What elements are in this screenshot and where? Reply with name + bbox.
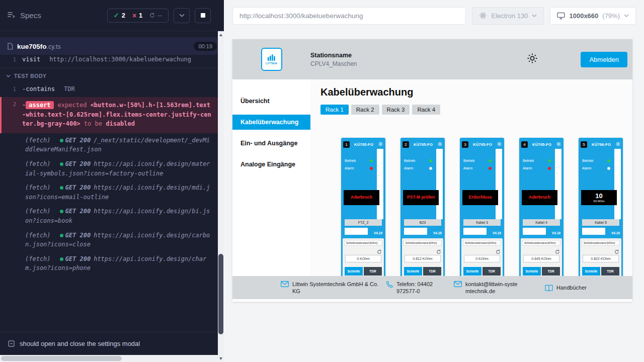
footer-item[interactable]: Handbücher (545, 284, 587, 292)
fetch-entry[interactable]: (fetch)GET 200https://api.iconify.design… (0, 180, 224, 204)
rack-tab[interactable]: Rack 2 (351, 105, 379, 115)
browser-select[interactable]: Electron 130 (472, 7, 544, 25)
scroll-up-arrow[interactable] (218, 31, 224, 38)
card-gear-icon[interactable] (497, 140, 502, 149)
tdr-button[interactable]: TDR (542, 267, 560, 276)
value-field (463, 228, 487, 235)
stop-run-button[interactable] (195, 8, 211, 23)
status-dot-icon (60, 257, 63, 261)
schleife-button[interactable]: Schleife (582, 267, 600, 276)
stop-icon (201, 13, 205, 18)
electron-icon (479, 12, 487, 20)
schleife-button[interactable]: Schleife (523, 267, 541, 276)
fetch-entry[interactable]: (fetch)GET 200https://api.iconify.design… (0, 228, 224, 252)
card-gear-icon[interactable] (556, 140, 561, 149)
cable-name: Kabel 4 (523, 219, 560, 226)
test-body-toggle[interactable]: TEST BODY (0, 68, 224, 82)
device-model: KÜ706-FO (589, 142, 614, 147)
footer-item[interactable]: Littwin Systemtechnik GmbH & Co. KG (281, 281, 379, 295)
resistance-value: 0 KOhm (464, 255, 500, 262)
status-display: Aderbruch (344, 190, 379, 205)
command-contains[interactable]: 1 -contains TDR (0, 82, 224, 96)
tdr-button[interactable]: TDR (364, 267, 382, 276)
cable-name: Kabel 5 (582, 219, 619, 226)
sidebar-item[interactable]: Übersicht (232, 90, 310, 112)
sidebar-item[interactable]: Ein- und Ausgänge (232, 133, 310, 154)
alarm-status: Alarm (463, 166, 492, 170)
alarm-led-icon (607, 167, 610, 170)
viewport-size: 1000x660 (569, 12, 598, 20)
betrieb-led-icon (489, 159, 492, 162)
tdr-button[interactable]: TDR (601, 267, 619, 276)
schleife-button[interactable]: Schleife (463, 267, 481, 276)
specs-label[interactable]: Specs (20, 11, 41, 20)
assert-badge: assert (26, 101, 53, 109)
rack-tab[interactable]: Rack 1 (320, 105, 349, 115)
alarm-led-icon (548, 167, 551, 170)
tdr-button[interactable]: TDR (482, 267, 501, 276)
fetch-entry[interactable]: (fetch)GET 200https://api.iconify.design… (0, 157, 224, 180)
fetch-entry[interactable]: (fetch)GET 200https://api.iconify.design… (0, 252, 224, 276)
stat-passed: ✓2 (114, 12, 125, 19)
horizontal-scrollbar[interactable] (0, 355, 218, 362)
card-number: 2 (403, 141, 409, 148)
fetch-entry[interactable]: (fetch)GET 200https://api.iconify.design… (0, 204, 224, 228)
card-gear-icon[interactable] (615, 140, 621, 149)
viewport-select[interactable]: 1000x660 (79%) (550, 7, 636, 25)
schleife-button[interactable]: Schleife (404, 267, 422, 276)
measurement-label: Schleifenwiderstand [kOhm] (404, 240, 442, 246)
card-number: 4 (521, 141, 528, 148)
logout-button[interactable]: Abmelden (581, 52, 627, 67)
fetch-log: (fetch)GET 200/_next/static/development/… (0, 133, 224, 276)
mail-icon (281, 281, 289, 287)
betrieb-status: Betrieb (345, 159, 373, 162)
command-visit[interactable]: 1 visit http://localhost:3000/kabelueber… (0, 56, 224, 68)
indicator-bar (555, 149, 561, 219)
tdr-button[interactable]: TDR (423, 267, 441, 276)
device-card: 5 KÜ706-FO Betrieb Alarm (579, 138, 623, 276)
status-display: PST-M prüfen (403, 190, 439, 205)
refresh-icon[interactable] (555, 247, 560, 256)
sidebar-item[interactable]: Analoge Eingänge (232, 154, 310, 175)
fetch-entry[interactable]: (fetch)GET 200/_next/static/development/… (0, 133, 224, 157)
card-number: 1 (343, 141, 350, 148)
refresh-icon[interactable] (496, 247, 501, 256)
footer-item[interactable]: Telefon: 04402 972577-0 (386, 281, 447, 295)
betrieb-status: Betrieb (404, 159, 432, 162)
scrollbar-thumb[interactable] (1, 356, 122, 361)
status-dot-icon (60, 210, 63, 213)
failed-assert[interactable]: 2 -assertexpected <button.w-[50%].h-[1.5… (0, 97, 224, 133)
cable-name: FTZ_2 (345, 219, 382, 226)
card-gear-icon[interactable] (378, 140, 383, 149)
refresh-icon[interactable] (436, 247, 441, 256)
cable-name: Kabel 3 (463, 219, 501, 226)
refresh-icon[interactable] (377, 247, 382, 256)
card-gear-icon[interactable] (437, 140, 443, 149)
device-model: KÜ705-FO (411, 142, 436, 147)
card-number: 5 (581, 141, 587, 148)
settings-gear-icon[interactable] (526, 52, 538, 66)
footer-item[interactable]: kontakt@littwin-systemtechnik.de (454, 281, 522, 295)
restart-icon (149, 13, 155, 18)
sidebar-item[interactable]: Kabelüberwachung (232, 115, 310, 130)
schleife-button[interactable]: Schleife (345, 267, 363, 276)
scrollbar-thumb[interactable] (218, 254, 223, 334)
alarm-status: Alarm (345, 166, 373, 170)
vertical-scrollbar[interactable] (218, 31, 224, 362)
measurement-label: Schleifenwiderstand [kOhm] (463, 240, 501, 246)
next-test-row[interactable]: should open and close the settings modal (0, 332, 218, 355)
status-dot-icon (60, 234, 63, 237)
rack-tab[interactable]: Rack 4 (412, 105, 440, 115)
firmware-version: V4.19 (611, 231, 620, 235)
footer-icon (454, 281, 462, 287)
rack-tab[interactable]: Rack 3 (382, 105, 410, 115)
refresh-icon[interactable] (614, 247, 619, 256)
command-log: 1 visit http://localhost:3000/kabelueber… (0, 56, 224, 276)
url-input[interactable] (232, 7, 466, 25)
indicator-bar (436, 149, 443, 219)
spec-header[interactable]: kue705fo.cy.ts 00:19 (0, 37, 224, 55)
scroll-down-arrow[interactable] (218, 355, 224, 362)
collapse-reporter-button[interactable] (174, 8, 190, 23)
footer-icon (386, 281, 393, 288)
specs-menu-icon[interactable] (7, 11, 15, 20)
